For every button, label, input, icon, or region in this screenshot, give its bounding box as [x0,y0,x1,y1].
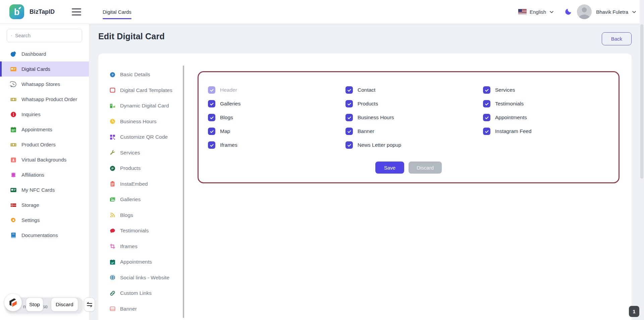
checkbox-row-instagram-feed[interactable]: Instagram Feed [483,128,532,135]
checkbox-contact[interactable] [345,86,353,94]
user-name: Bhavik Fuletra [596,9,628,15]
check-icon [347,129,352,134]
sidebar-item-whatsapp-stores[interactable]: Whatsapp Stores [0,77,89,92]
checkbox-banner[interactable] [345,128,353,135]
avatar[interactable] [577,4,592,19]
card-outline-red-icon [109,87,116,93]
sidebar-item-label: Virtual Backgrounds [21,157,66,163]
checkbox-business-hours[interactable] [345,114,353,121]
topbar: b BizTapID Digital Cards English Bhavik … [0,0,644,24]
checkbox-testimonials[interactable] [483,100,490,107]
search-input[interactable] [15,33,78,38]
checkbox-instagram-feed[interactable] [483,128,490,135]
section-item-basic-details[interactable]: ?Basic Details [109,67,180,83]
sidebar-item-documentations[interactable]: Documentations [0,228,89,243]
search-box [7,29,82,42]
sidebar-item-whatsapp-product-order[interactable]: Whatsapp Product Order [0,92,89,107]
sidebar-item-affiliations[interactable]: Affiliations [0,167,89,182]
gallery-green-icon [109,196,116,203]
checkbox-row-appointments[interactable]: Appointments [483,114,532,121]
section-item-galleries[interactable]: Galleries [109,192,180,208]
checkbox-services[interactable] [483,86,490,94]
tab-digital-cards[interactable]: Digital Cards [103,0,131,24]
sidebar-item-inquiries[interactable]: Inquiries [0,107,89,122]
content-card: ?Basic DetailsDigital Card TemplatesDyna… [98,53,632,320]
sidebar-item-appointments[interactable]: Appointments [0,122,89,137]
sidebar-item-product-orders[interactable]: Product Orders [0,137,89,152]
checkbox-appointments[interactable] [483,114,490,121]
obscured-text-fragment: so [43,304,48,309]
wrench-olive-icon [109,149,116,156]
section-nav-scrollbar[interactable] [183,65,184,318]
sidebar-item-settings[interactable]: Settings [0,213,89,228]
banknote-icon [10,96,17,103]
checkbox-label: Map [220,128,230,134]
extension-logo-button[interactable] [4,294,22,311]
section-item-customize-qr-code[interactable]: Customize QR Code [109,129,180,145]
chat-red-icon [109,228,116,234]
checkbox-row-contact[interactable]: Contact [345,86,401,94]
dark-mode-toggle[interactable] [564,8,572,16]
check-icon [347,143,352,148]
checkbox-column-2: ContactProductsBusiness HoursBannerNews … [345,86,401,149]
app-logo-icon[interactable]: b [9,4,24,19]
checkbox-map[interactable] [208,128,215,135]
user-menu[interactable]: Bhavik Fuletra [596,9,637,15]
section-item-instaembed[interactable]: InstaEmbed [109,176,180,192]
section-item-digital-card-templates[interactable]: Digital Card Templates [109,83,180,98]
section-item-label: Testimonials [120,228,149,234]
checkbox-label: News Letter popup [358,142,401,148]
section-item-business-hours[interactable]: Business Hours [109,114,180,130]
checkbox-row-products[interactable]: Products [345,100,401,107]
section-item-label: Banner [120,306,137,312]
sidebar-nav: DashboardDigital CardsWhatsapp StoresWha… [0,46,89,243]
checkbox-label: Contact [358,87,375,93]
check-icon [484,115,489,120]
language-selector[interactable]: English [518,9,554,15]
checkbox-iframes[interactable] [208,141,215,149]
section-item-dynamic-digital-card[interactable]: Dynamic Digital Card [109,98,180,114]
check-icon [347,115,352,120]
checkbox-row-business-hours[interactable]: Business Hours [345,114,401,121]
page-scrollbar-thumb[interactable] [640,24,643,179]
section-item-blogs[interactable]: Blogs [109,208,180,223]
section-item-banner[interactable]: Banner [109,301,180,317]
section-item-iframes[interactable]: Iframes [109,239,180,255]
discard-button[interactable]: Discard [409,162,442,174]
checkbox-row-testimonials[interactable]: Testimonials [483,100,532,107]
menu-toggle-button[interactable] [72,8,81,15]
checkbox-products[interactable] [345,100,353,107]
checkbox-label: Business Hours [358,115,394,121]
checkbox-row-news-letter-popup[interactable]: News Letter popup [345,141,401,149]
checkbox-galleries[interactable] [208,100,215,107]
extension-discard-button[interactable]: Discard [51,298,78,312]
section-item-label: Services [120,150,140,156]
extension-logo-icon [8,298,18,308]
sidebar-item-storage[interactable]: Storage [0,197,89,213]
extension-swap-button[interactable] [84,298,95,312]
save-button[interactable]: Save [375,162,404,174]
checkbox-row-map[interactable]: Map [208,128,240,135]
section-item-products[interactable]: PProducts [109,161,180,176]
section-item-services[interactable]: Services [109,145,180,161]
extension-stop-button[interactable]: Stop [26,298,43,312]
back-button[interactable]: Back [602,32,632,45]
checkbox-row-banner[interactable]: Banner [345,128,401,135]
checkbox-news-letter-popup[interactable] [345,141,353,149]
sidebar-item-dashboard[interactable]: Dashboard [0,46,89,61]
sidebar-item-label: Inquiries [21,111,41,117]
check-icon [484,101,489,106]
sidebar-item-my-nfc-cards[interactable]: My NFC Cards [0,182,89,197]
section-item-custom-links[interactable]: Custom Links [109,285,180,301]
checkbox-row-galleries[interactable]: Galleries [208,100,240,107]
sidebar-item-virtual-backgrounds[interactable]: Virtual Backgrounds [0,152,89,167]
crop-magenta-icon [109,243,116,249]
section-item-appointments[interactable]: Appointments [109,254,180,270]
checkbox-row-services[interactable]: Services [483,86,532,94]
section-item-testimonials[interactable]: Testimonials [109,223,180,239]
sidebar-item-digital-cards[interactable]: Digital Cards [0,61,89,77]
checkbox-row-blogs[interactable]: Blogs [208,114,240,121]
checkbox-row-iframes[interactable]: Iframes [208,141,240,149]
section-item-social-links-website[interactable]: Social links - Website [109,270,180,286]
checkbox-blogs[interactable] [208,114,215,121]
